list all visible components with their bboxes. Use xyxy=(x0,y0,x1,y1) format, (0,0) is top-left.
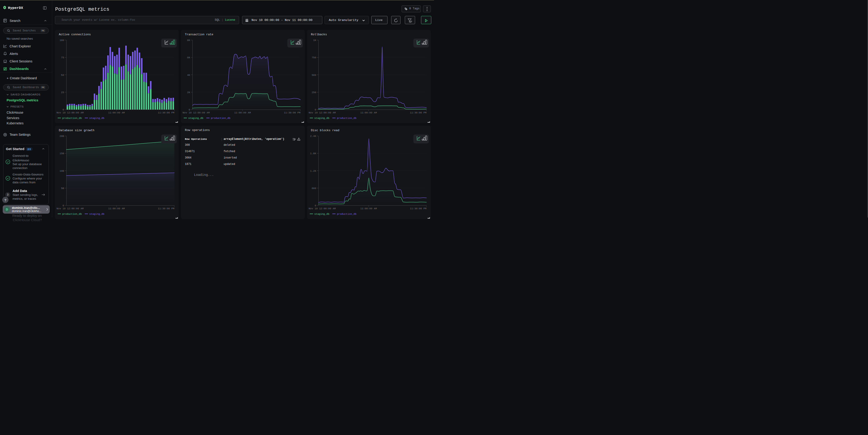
svg-text:250: 250 xyxy=(312,91,316,94)
svg-text:Nov 10 12:00:00 AM: Nov 10 12:00:00 AM xyxy=(57,111,84,114)
svg-text:2K: 2K xyxy=(187,91,190,94)
svg-text:11:00:00 AM: 11:00:00 AM xyxy=(108,111,125,114)
svg-text:0: 0 xyxy=(188,108,190,111)
svg-text:11:30:00 PM: 11:30:00 PM xyxy=(410,111,427,114)
svg-text:25: 25 xyxy=(61,91,64,94)
svg-text:8K: 8K xyxy=(187,39,190,42)
svg-text:staging_db: staging_db xyxy=(89,117,104,120)
svg-text:Nov 10 12:00:00 AM: Nov 10 12:00:00 AM xyxy=(57,207,84,210)
svg-text:11:30:00 PM: 11:30:00 PM xyxy=(158,111,175,114)
svg-text:11:30:00 PM: 11:30:00 PM xyxy=(158,207,175,210)
svg-text:production_db: production_db xyxy=(337,117,356,120)
svg-text:1K: 1K xyxy=(313,39,316,42)
svg-text:500: 500 xyxy=(312,74,316,76)
svg-text:11:00:00 AM: 11:00:00 AM xyxy=(361,207,377,210)
svg-text:6K: 6K xyxy=(187,56,190,59)
svg-text:0: 0 xyxy=(315,108,316,111)
svg-text:Nov 10 12:00:00 AM: Nov 10 12:00:00 AM xyxy=(183,111,210,114)
svg-text:staging_db: staging_db xyxy=(188,117,203,120)
svg-text:staging_db: staging_db xyxy=(314,213,330,215)
svg-text:0: 0 xyxy=(315,204,316,207)
svg-text:4K: 4K xyxy=(187,74,190,76)
svg-text:20B: 20B xyxy=(60,135,64,138)
svg-text:Nov 10 12:00:00 AM: Nov 10 12:00:00 AM xyxy=(309,111,336,114)
svg-text:Database size growth: Database size growth xyxy=(59,129,94,132)
svg-text:50: 50 xyxy=(61,74,64,76)
svg-text:600: 600 xyxy=(312,187,316,190)
svg-text:1.2K: 1.2K xyxy=(310,170,316,172)
svg-text:750: 750 xyxy=(312,56,316,59)
svg-text:75: 75 xyxy=(61,56,64,59)
svg-text:production_db: production_db xyxy=(211,117,230,120)
svg-text:10B: 10B xyxy=(60,170,64,172)
svg-text:11:00:00 AM: 11:00:00 AM xyxy=(234,111,251,114)
svg-text:staging_db: staging_db xyxy=(314,117,330,120)
svg-text:Disc blocks read: Disc blocks read xyxy=(311,129,339,132)
svg-text:production_db: production_db xyxy=(337,213,356,215)
svg-text:1.8K: 1.8K xyxy=(310,152,316,155)
svg-text:11:30:00 PM: 11:30:00 PM xyxy=(284,111,301,114)
svg-text:Nov 10 12:00:00 AM: Nov 10 12:00:00 AM xyxy=(309,207,336,210)
svg-text:production_db: production_db xyxy=(62,117,82,120)
svg-text:11:00:00 AM: 11:00:00 AM xyxy=(361,111,377,114)
svg-text:staging_db: staging_db xyxy=(89,213,104,215)
svg-text:15B: 15B xyxy=(60,152,64,155)
svg-text:11:30:00 PM: 11:30:00 PM xyxy=(410,207,427,210)
svg-text:2.4K: 2.4K xyxy=(310,135,316,138)
svg-text:Rollbacks: Rollbacks xyxy=(311,33,327,36)
svg-text:production_db: production_db xyxy=(62,213,82,215)
svg-text:100: 100 xyxy=(60,39,64,42)
svg-text:0: 0 xyxy=(62,108,64,111)
svg-text:Active connections: Active connections xyxy=(59,33,91,36)
svg-text:Transaction rate: Transaction rate xyxy=(185,33,213,36)
svg-text:11:00:00 AM: 11:00:00 AM xyxy=(108,207,125,210)
svg-text:5B: 5B xyxy=(61,187,64,190)
svg-text:0: 0 xyxy=(62,204,64,207)
